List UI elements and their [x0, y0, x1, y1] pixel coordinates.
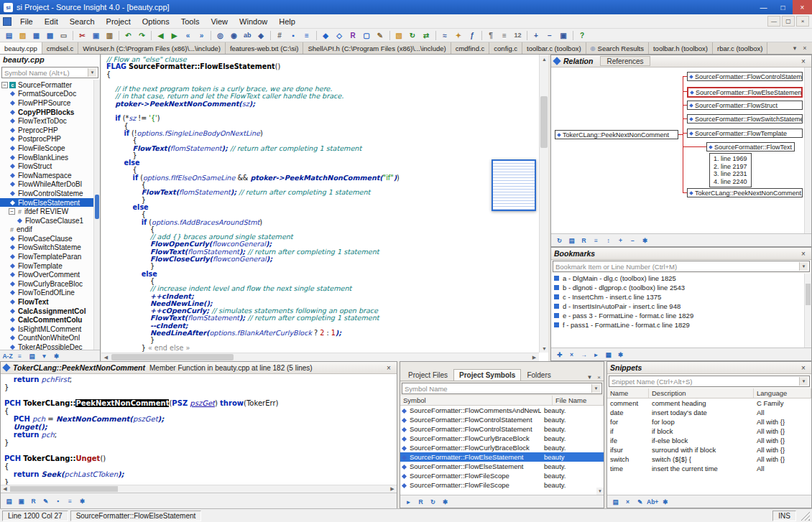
tab-config-c[interactable]: config.c — [489, 42, 522, 54]
compare-files-icon[interactable]: ≈ — [439, 29, 451, 41]
tab-project-symbols[interactable]: Project Symbols — [453, 369, 521, 381]
edit-icon[interactable]: ✎ — [40, 496, 51, 506]
code-editor[interactable]: // Flow an "else" clauseFLAG SourceForma… — [101, 55, 548, 361]
project-symbol-row[interactable]: SourceFormatter::FlowEl­seStatementbeaut… — [400, 452, 604, 462]
symbol-item[interactable]: FlowNamespace — [0, 171, 100, 180]
minimize-button[interactable]: — — [754, 0, 773, 14]
symbol-search-input[interactable] — [1, 67, 98, 78]
auto-update-icon[interactable]: ↻ — [554, 236, 565, 246]
scrollbar-thumb[interactable] — [540, 96, 548, 148]
settings-gear-icon[interactable]: ✱ — [640, 236, 650, 246]
relation-icon[interactable]: R — [415, 497, 426, 507]
go-forward-reference-icon[interactable]: » — [195, 29, 208, 41]
menu-options[interactable]: Options — [137, 14, 175, 29]
close-icon[interactable]: × — [798, 364, 808, 372]
relation-references-tab[interactable]: References — [600, 56, 650, 66]
symbol-window-icon[interactable]: ◆ — [320, 29, 332, 41]
filter-icon[interactable]: ▼ — [39, 351, 50, 361]
folder-icon[interactable]: ▸ — [591, 350, 601, 360]
tab-list-button[interactable]: ▾ — [790, 45, 800, 52]
zoom-out-icon[interactable]: − — [544, 29, 556, 41]
resize-grip[interactable] — [801, 511, 810, 521]
new-clip-icon[interactable]: ▤ — [4, 496, 14, 506]
snippet-row[interactable]: timeinsert the current timeAll — [607, 464, 811, 473]
add-bookmark-icon[interactable]: ✚ — [554, 350, 565, 360]
lock-icon[interactable]: ▪ — [52, 496, 63, 506]
bookmark-list-icon[interactable]: ≡ — [301, 29, 313, 41]
symbol-item[interactable]: FlowBlankLines — [0, 153, 100, 162]
column-header-symbol[interactable]: Symbol — [400, 396, 553, 405]
vertical-layout-icon[interactable]: ↕ — [603, 236, 614, 246]
relation-scrollbar[interactable] — [804, 67, 811, 233]
scroll-down-arrow[interactable]: ▼ — [540, 344, 549, 353]
column-header-description[interactable]: Description — [649, 388, 754, 398]
scroll-right-arrow[interactable]: ▶ — [388, 485, 397, 493]
snippet-row[interactable]: ifif blockAll with {} — [607, 427, 811, 436]
context-code-area[interactable]: return pchFirst;} PCH TokerCLang::PeekNe… — [1, 374, 397, 485]
tab-toolbar-h-toolbox[interactable]: toolbar.h (toolbox) — [649, 42, 713, 54]
bookmark-item[interactable]: a - DlgMain - dlg.c (toolbox) line 1825 — [551, 274, 811, 283]
project-symbol-row[interactable]: SourceFormatter::FlowFileScopebeauty. — [400, 480, 604, 490]
tab-rbar-c-toolbox[interactable]: rbar.c (toolbox) — [713, 42, 767, 54]
settings-gear-icon[interactable]: ✱ — [77, 496, 88, 506]
tab-toolbar-c-toolbox[interactable]: toolbar.c (toolbox) — [522, 42, 586, 54]
copy-icon[interactable]: ▣ — [16, 496, 27, 506]
close-button[interactable]: × — [793, 0, 812, 14]
symbol-item[interactable]: FlowElseStatement — [0, 198, 100, 208]
symbol-item[interactable]: FlowPHPSource — [0, 98, 100, 108]
go-back-reference-icon[interactable]: « — [182, 29, 194, 41]
snippet-row[interactable]: forfor loopAll with {} — [607, 417, 811, 427]
relation-node[interactable]: SourceFormatter::FlowStruct — [687, 101, 803, 110]
clip-window-icon[interactable]: ✎ — [374, 29, 387, 41]
delete-snippet-icon[interactable]: × — [622, 497, 633, 507]
style-properties-icon[interactable]: ¶ — [485, 29, 497, 41]
relation-reference-line[interactable]: 2. line 2197 — [714, 163, 747, 171]
lookup-references-icon[interactable]: ✦ — [453, 29, 465, 41]
menu-view[interactable]: View — [205, 14, 234, 29]
close-icon[interactable]: × — [798, 250, 808, 258]
symbol-item[interactable]: CalcAssignmentCol — [0, 307, 100, 316]
collapse-icon[interactable]: − — [1, 82, 8, 88]
scrollbar-thumb[interactable] — [111, 354, 234, 360]
relation-node[interactable]: SourceFormatter::FlowText — [706, 142, 795, 152]
symbol-item[interactable]: TokerAtPossibleDec — [0, 342, 100, 350]
save-all-icon[interactable]: ▩ — [44, 29, 56, 41]
goto-bookmark-icon[interactable]: → — [578, 350, 589, 360]
bookmark-item[interactable]: d - InsertIsInAutoPair - insert.c line 9… — [551, 302, 811, 311]
tab-project-files[interactable]: Project Files — [402, 369, 453, 381]
document-close-button[interactable]: × — [796, 16, 809, 27]
chevron-down-icon[interactable]: ▼ — [585, 374, 594, 381]
bookmark-icon[interactable]: ▪ — [287, 29, 300, 41]
editor-vertical-scrollbar[interactable]: ▲ ▼ — [539, 55, 548, 353]
replace-icon[interactable]: ab — [241, 29, 254, 41]
folder-icon[interactable]: ▸ — [403, 497, 414, 507]
snippet-search-input[interactable] — [609, 376, 810, 387]
search-context-icon[interactable]: ◈ — [255, 29, 267, 41]
menu-search[interactable]: Search — [64, 14, 101, 29]
column-header-file-name[interactable]: File Name — [553, 396, 604, 405]
relation-node[interactable]: SourceFormatter::FlowControlStatemen — [687, 72, 803, 81]
symbol-item[interactable]: FlowOverComment — [0, 270, 100, 279]
navigate-back-icon[interactable]: ◀ — [154, 29, 167, 41]
horizontal-layout-icon[interactable]: ≡ — [591, 236, 601, 246]
edit-snippet-icon[interactable]: ✎ — [635, 497, 645, 507]
menu-help[interactable]: Help — [273, 14, 301, 29]
relation-reference-line[interactable]: 3. line 2231 — [714, 170, 747, 178]
relation-reference-line[interactable]: 4. line 2240 — [714, 178, 747, 186]
snippet-row[interactable]: ifsursurround with if blockAll with {} — [607, 445, 811, 455]
symbol-item[interactable]: #endif — [0, 225, 100, 235]
symbol-item[interactable]: FlowCurlyBraceBloc — [0, 279, 100, 289]
relation-node[interactable]: TokerCLang::PeekNextNonComment — [555, 130, 678, 139]
redo-icon[interactable]: ↷ — [136, 29, 148, 41]
symbol-list-scrollbar[interactable] — [93, 80, 100, 350]
chevron-down-icon[interactable]: ▼ — [88, 68, 96, 77]
list-view-icon[interactable]: ≡ — [14, 351, 25, 361]
settings-gear-icon[interactable]: ✱ — [51, 351, 62, 361]
scroll-up-arrow[interactable]: ▲ — [540, 55, 549, 63]
bookmark-item[interactable]: e - pass 3 - FormatLine - format.c line … — [551, 311, 811, 320]
scrollbar-thumb[interactable] — [806, 284, 811, 305]
settings-gear-icon[interactable]: ✱ — [615, 350, 626, 360]
context-window-icon[interactable]: ▢ — [361, 29, 373, 41]
relation-node[interactable]: TokerCLang::PeekNextNonComment — [687, 188, 803, 197]
delete-bookmark-icon[interactable]: × — [566, 350, 577, 360]
